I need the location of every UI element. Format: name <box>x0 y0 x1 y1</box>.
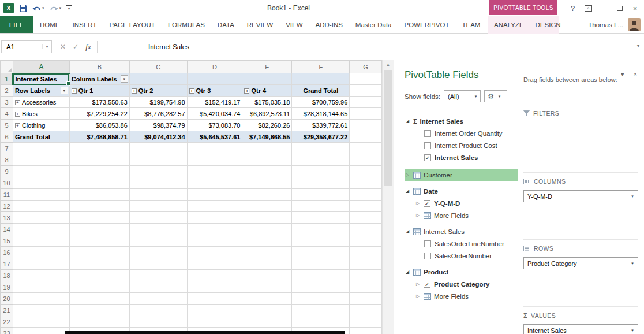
cell-B10[interactable] <box>69 177 129 189</box>
cell-C6[interactable]: $9,074,412.34 <box>129 131 187 143</box>
tab-data[interactable]: DATA <box>211 16 241 33</box>
excel-logo-icon[interactable]: X <box>3 3 14 13</box>
cell-G9[interactable] <box>350 166 382 177</box>
cell-A8[interactable] <box>13 154 69 166</box>
row-header-4[interactable]: 4 <box>1 108 13 120</box>
cell-D2[interactable]: +Qtr 3 <box>187 85 242 97</box>
cell-A7[interactable] <box>13 143 69 154</box>
cell-A13[interactable] <box>13 212 69 224</box>
cell-D13[interactable] <box>187 212 242 224</box>
cell-C17[interactable] <box>129 258 187 270</box>
cell-C4[interactable]: $8,776,282.57 <box>129 108 187 120</box>
rows-area[interactable]: ROWS Product Category▾ <box>523 244 638 272</box>
cell-B5[interactable]: $86,053.86 <box>69 120 129 131</box>
cancel-entry-button[interactable]: ✕ <box>57 43 69 51</box>
cell-B6[interactable]: $7,488,858.71 <box>69 131 129 143</box>
columns-area[interactable]: COLUMNS Y-Q-M-D▾ <box>523 177 638 205</box>
cell-A18[interactable] <box>13 270 69 281</box>
field-checkbox[interactable] <box>424 240 431 247</box>
cell-F15[interactable] <box>292 235 350 247</box>
cell-A16[interactable] <box>13 247 69 258</box>
cell-B21[interactable] <box>69 305 129 316</box>
formula-input[interactable]: Internet Sales <box>148 43 189 50</box>
cell-F22[interactable] <box>292 316 350 328</box>
avatar[interactable] <box>628 18 641 31</box>
cell-A15[interactable] <box>13 235 69 247</box>
row-header-10[interactable]: 10 <box>1 177 13 189</box>
cell-C12[interactable] <box>129 201 187 212</box>
tab-review[interactable]: REVIEW <box>241 16 279 33</box>
filters-area[interactable]: FILTERS <box>523 109 638 122</box>
tab-page-layout[interactable]: PAGE LAYOUT <box>103 16 161 33</box>
collapse-icon[interactable]: ◢ <box>406 118 413 124</box>
column-header-D[interactable]: D <box>187 61 242 73</box>
cell-B3[interactable]: $173,550.63 <box>69 97 129 108</box>
cell-G18[interactable] <box>350 270 382 281</box>
cell-A3[interactable]: +Accessories <box>13 97 69 108</box>
tab-team[interactable]: TEAM <box>455 16 486 33</box>
cell-F7[interactable] <box>292 143 350 154</box>
cell-G17[interactable] <box>350 258 382 270</box>
cell-G20[interactable] <box>350 293 382 305</box>
cell-B2[interactable]: +Qtr 1 <box>69 85 129 97</box>
cell-C8[interactable] <box>129 154 187 166</box>
minimize-button[interactable]: – <box>596 0 612 16</box>
cell-E22[interactable] <box>242 316 292 328</box>
cell-D21[interactable] <box>187 305 242 316</box>
field-item-product-category[interactable]: ▷✓Product Category <box>405 278 518 290</box>
cell-B17[interactable] <box>69 258 129 270</box>
cell-E2[interactable]: +Qtr 4 <box>242 85 292 97</box>
cell-B19[interactable] <box>69 281 129 293</box>
field-checkbox[interactable] <box>424 253 431 259</box>
cell-E8[interactable] <box>242 154 292 166</box>
row-header-19[interactable]: 19 <box>1 281 13 293</box>
row-header-16[interactable]: 16 <box>1 247 13 258</box>
cell-F3[interactable]: $700,759.96 <box>292 97 350 108</box>
cell-C5[interactable]: $98,374.79 <box>129 120 187 131</box>
cell-D3[interactable]: $152,419.17 <box>187 97 242 108</box>
row-header-11[interactable]: 11 <box>1 189 13 201</box>
cell-A21[interactable] <box>13 305 69 316</box>
column-header-A[interactable]: A <box>13 61 69 73</box>
column-header-F[interactable]: F <box>292 61 350 73</box>
cell-F14[interactable] <box>292 224 350 235</box>
cell-F20[interactable] <box>292 293 350 305</box>
expand-icon[interactable]: ▷ <box>416 281 424 287</box>
cell-B16[interactable] <box>69 247 129 258</box>
cell-G12[interactable] <box>350 201 382 212</box>
save-button[interactable] <box>19 4 27 12</box>
cell-A20[interactable] <box>13 293 69 305</box>
cell-A12[interactable] <box>13 201 69 212</box>
cell-E5[interactable]: $82,260.26 <box>242 120 292 131</box>
field-item-date[interactable]: ◢Date <box>405 185 518 197</box>
cell-E11[interactable] <box>242 189 292 201</box>
cell-D5[interactable]: $73,083.70 <box>187 120 242 131</box>
field-checkbox[interactable] <box>424 130 431 137</box>
cell-E10[interactable] <box>242 177 292 189</box>
cell-G5[interactable] <box>350 120 382 131</box>
cell-G22[interactable] <box>350 316 382 328</box>
cell-E13[interactable] <box>242 212 292 224</box>
cell-F4[interactable]: $28,318,144.65 <box>292 108 350 120</box>
area-field-internet-sales[interactable]: Internet Sales▾ <box>523 324 638 334</box>
maximize-button[interactable] <box>612 0 627 16</box>
field-item-salesordernumber[interactable]: SalesOrderNumber <box>405 250 518 262</box>
cell-G14[interactable] <box>350 224 382 235</box>
row-header-20[interactable]: 20 <box>1 293 13 305</box>
redo-button[interactable]: ▾ <box>50 5 62 12</box>
cell-E12[interactable] <box>242 201 292 212</box>
cell-D20[interactable] <box>187 293 242 305</box>
pivot-expand-button[interactable]: + <box>15 100 20 105</box>
column-header-G[interactable]: G <box>350 61 382 73</box>
cell-E9[interactable] <box>242 166 292 177</box>
chevron-down-icon[interactable]: ▾ <box>627 194 638 199</box>
row-header-21[interactable]: 21 <box>1 305 13 316</box>
cell-C14[interactable] <box>129 224 187 235</box>
ribbon-display-options-button[interactable]: ^ <box>581 0 596 16</box>
cell-D11[interactable] <box>187 189 242 201</box>
name-box-dropdown-icon[interactable]: ▾ <box>42 44 51 49</box>
cell-A2[interactable]: Row Labels▼ <box>13 85 69 97</box>
cell-B1[interactable]: Column Labels▼ <box>69 73 129 85</box>
cell-F12[interactable] <box>292 201 350 212</box>
cell-F18[interactable] <box>292 270 350 281</box>
